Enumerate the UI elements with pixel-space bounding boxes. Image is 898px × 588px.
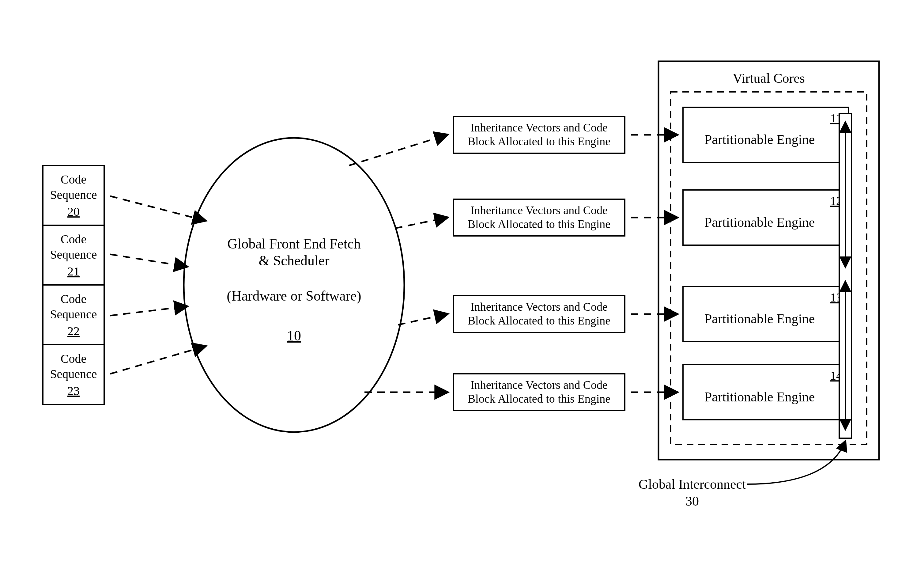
code-seq-line1: Code: [61, 292, 86, 306]
inh-line1: Inheritance Vectors and Code: [471, 121, 607, 134]
code-seq-line1: Code: [61, 232, 86, 246]
svg-line-5: [110, 196, 205, 221]
svg-line-6: [110, 254, 187, 266]
code-sequence-23: Code Sequence 23: [50, 352, 97, 398]
svg-point-4: [184, 138, 404, 432]
scheduler-line1: Global Front End Fetch: [227, 236, 361, 252]
diagram-canvas: Code Sequence 20 Code Sequence 21 Code S…: [0, 0, 898, 588]
virtual-cores-container: Virtual Cores 11 Partitionable Engine 12…: [658, 61, 879, 460]
code-seq-line2: Sequence: [50, 367, 97, 381]
engine-label: Partitionable Engine: [704, 132, 815, 147]
code-seq-line2: Sequence: [50, 248, 97, 262]
code-sequence-22: Code Sequence 22: [50, 292, 97, 338]
codeseq-to-scheduler-arrows: [110, 196, 205, 374]
svg-line-14: [395, 217, 447, 228]
inh-line2: Block Allocated to this Engine: [468, 217, 610, 231]
svg-line-15: [398, 314, 447, 325]
code-sequence-21: Code Sequence 21: [50, 232, 97, 278]
inh-line2: Block Allocated to this Engine: [468, 135, 610, 148]
inheritance-box-4: Inheritance Vectors and Code Block Alloc…: [453, 374, 625, 411]
inheritance-box-3: Inheritance Vectors and Code Block Alloc…: [453, 296, 625, 332]
interconnect-text: Global Interconnect: [638, 477, 746, 492]
code-sequence-20: Code Sequence 20: [50, 172, 97, 219]
code-seq-ref: 21: [68, 265, 80, 278]
svg-line-8: [110, 346, 205, 374]
code-seq-line1: Code: [61, 172, 86, 186]
inheritance-box-2: Inheritance Vectors and Code Block Alloc…: [453, 199, 625, 236]
code-seq-line2: Sequence: [50, 188, 97, 202]
inh-line1: Inheritance Vectors and Code: [471, 300, 607, 313]
engine-14: 14 Partitionable Engine: [683, 365, 848, 420]
svg-line-7: [110, 306, 187, 316]
engine-label: Partitionable Engine: [704, 311, 815, 326]
scheduler-line3: (Hardware or Software): [227, 288, 361, 304]
virtual-cores-title: Virtual Cores: [733, 71, 805, 86]
scheduler-line2: & Scheduler: [258, 253, 329, 268]
inh-line1: Inheritance Vectors and Code: [471, 379, 607, 391]
engine-label: Partitionable Engine: [704, 215, 815, 230]
inh-line2: Block Allocated to this Engine: [468, 392, 610, 405]
interconnect-label: Global Interconnect 30: [638, 441, 845, 509]
scheduler-ref: 10: [287, 328, 301, 343]
engine-13: 13 Partitionable Engine: [683, 286, 848, 342]
inh-line1: Inheritance Vectors and Code: [471, 204, 607, 217]
svg-line-13: [349, 135, 447, 165]
interconnect-ref: 30: [686, 494, 699, 509]
inheritance-box-1: Inheritance Vectors and Code Block Alloc…: [453, 117, 625, 153]
code-sequence-stack: Code Sequence 20 Code Sequence 21 Code S…: [43, 165, 104, 405]
engine-12: 12 Partitionable Engine: [683, 190, 848, 245]
inh-line2: Block Allocated to this Engine: [468, 314, 610, 327]
code-seq-line2: Sequence: [50, 307, 97, 321]
scheduler-to-inheritance-arrows: [349, 135, 447, 392]
code-seq-ref: 20: [68, 205, 80, 219]
engine-11: 11 Partitionable Engine: [683, 107, 848, 162]
code-seq-line1: Code: [61, 352, 86, 366]
engine-label: Partitionable Engine: [704, 389, 815, 405]
inheritance-to-engine-arrows: [631, 135, 677, 392]
code-seq-ref: 22: [68, 324, 80, 338]
global-interconnect-bus: [839, 113, 852, 438]
inheritance-boxes: Inheritance Vectors and Code Block Alloc…: [453, 117, 625, 411]
code-seq-ref: 23: [68, 384, 80, 398]
scheduler-block: Global Front End Fetch & Scheduler (Hard…: [184, 138, 404, 432]
